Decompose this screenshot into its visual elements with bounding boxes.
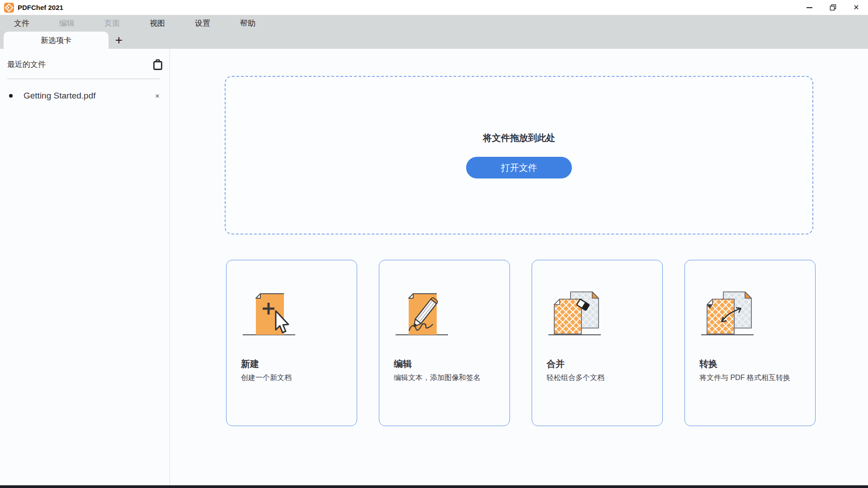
restore-icon — [830, 4, 836, 11]
plus-icon: + — [115, 33, 123, 47]
bullet-icon — [9, 94, 13, 98]
card-title: 转换 — [699, 358, 815, 370]
main-area: 将文件拖放到此处 打开文件 新建 创建一个新文档 — [170, 49, 868, 485]
card-title: 新建 — [241, 358, 357, 370]
window-body: 最近的文件 Getting Started.pdf × 将文件拖放到此处 打开文… — [0, 49, 868, 485]
menu-file[interactable]: 文件 — [14, 18, 30, 28]
close-icon: ✕ — [853, 4, 859, 11]
close-button[interactable]: ✕ — [844, 0, 868, 15]
minimize-icon — [807, 7, 812, 8]
sidebar-recent-files: 最近的文件 Getting Started.pdf × — [0, 49, 170, 485]
card-title: 合并 — [547, 358, 662, 370]
recent-file-row[interactable]: Getting Started.pdf × — [0, 79, 170, 101]
card-subtitle: 编辑文本，添加图像和签名 — [394, 373, 506, 383]
card-edit-document[interactable]: 编辑 编辑文本，添加图像和签名 — [379, 260, 510, 426]
minimize-button[interactable] — [797, 0, 821, 15]
open-file-button[interactable]: 打开文件 — [466, 157, 572, 178]
recent-file-name[interactable]: Getting Started.pdf — [24, 91, 96, 101]
window-controls: ✕ — [797, 0, 868, 15]
recent-files-title: 最近的文件 — [7, 59, 46, 70]
card-subtitle: 轻松组合多个文档 — [547, 373, 659, 383]
card-merge-documents[interactable]: 合并 轻松组合多个文档 — [532, 260, 663, 426]
menu-edit: 编辑 — [59, 18, 75, 28]
add-tab-button[interactable]: + — [111, 33, 127, 48]
action-cards: 新建 创建一个新文档 — [226, 260, 816, 426]
clear-recent-button[interactable] — [152, 58, 163, 70]
menu-bar: 文件 编辑 页面 视图 设置 帮助 — [0, 15, 868, 32]
recent-files-header: 最近的文件 — [0, 49, 170, 76]
card-subtitle: 将文件与 PDF 格式相互转换 — [699, 373, 811, 383]
file-dropzone[interactable]: 将文件拖放到此处 打开文件 — [225, 76, 813, 235]
app-window: PDFChef 2021 ✕ 文件 编辑 页面 视图 设置 帮助 新选项卡 + — [0, 0, 868, 488]
menu-page: 页面 — [104, 18, 120, 28]
convert-documents-icon — [698, 288, 757, 338]
card-title: 编辑 — [394, 358, 509, 370]
window-title: PDFChef 2021 — [18, 4, 63, 11]
app-logo-icon — [4, 3, 14, 13]
card-convert-documents[interactable]: 转换 将文件与 PDF 格式相互转换 — [684, 260, 816, 426]
tab-strip: 新选项卡 + — [0, 32, 868, 49]
remove-file-icon[interactable]: × — [155, 92, 160, 100]
dropzone-hint: 将文件拖放到此处 — [483, 132, 555, 144]
card-subtitle: 创建一个新文档 — [241, 373, 353, 383]
card-new-document[interactable]: 新建 创建一个新文档 — [226, 260, 357, 426]
restore-button[interactable] — [821, 0, 844, 15]
tab-label: 新选项卡 — [41, 35, 71, 46]
menu-view[interactable]: 视图 — [149, 18, 165, 28]
trash-icon — [152, 58, 163, 70]
tab-new-tab[interactable]: 新选项卡 — [4, 32, 108, 49]
bottom-edge-bar — [0, 485, 868, 488]
titlebar: PDFChef 2021 ✕ — [0, 0, 868, 15]
menu-help[interactable]: 帮助 — [240, 18, 256, 28]
new-document-icon — [240, 288, 299, 338]
merge-documents-icon — [546, 288, 604, 338]
menu-settings[interactable]: 设置 — [194, 18, 211, 28]
edit-document-icon — [393, 288, 452, 338]
